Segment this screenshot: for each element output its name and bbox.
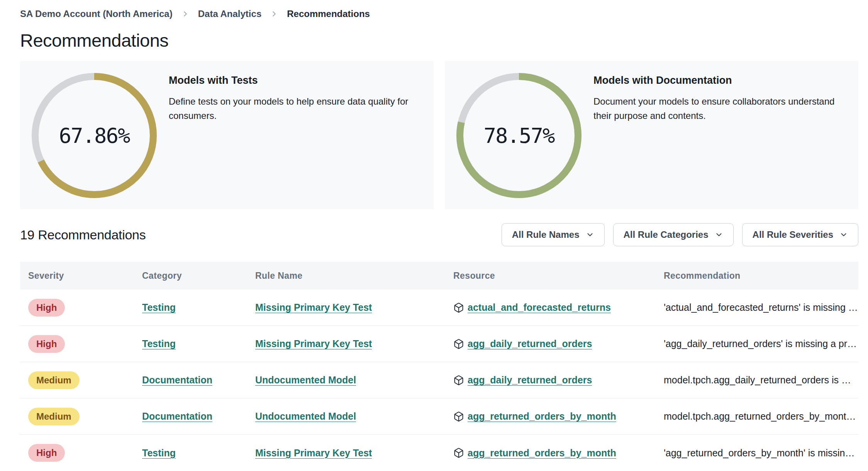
recommendation-cell: 'agg_returned_orders_by_month' is missin… bbox=[656, 447, 858, 459]
rule-name-link[interactable]: Undocumented Model bbox=[255, 374, 356, 386]
category-cell: Testing bbox=[134, 447, 247, 459]
resource-cell: actual_and_forecasted_returns bbox=[445, 302, 656, 313]
column-header-rule-name: Rule Name bbox=[247, 271, 445, 281]
category-cell: Documentation bbox=[134, 411, 247, 422]
category-link[interactable]: Testing bbox=[142, 447, 176, 459]
table-body: High Testing Missing Primary Key Test ac… bbox=[20, 290, 858, 471]
recommendation-cell: 'agg_daily_returned_orders' is missing a… bbox=[656, 338, 858, 349]
model-cube-icon bbox=[453, 447, 464, 458]
breadcrumb-project[interactable]: Data Analytics bbox=[198, 8, 262, 19]
card-title-docs: Models with Documentation bbox=[593, 75, 841, 86]
resource-cell: agg_returned_orders_by_month bbox=[445, 411, 656, 422]
rule-name-link[interactable]: Undocumented Model bbox=[255, 411, 356, 422]
category-link[interactable]: Testing bbox=[142, 338, 176, 349]
severity-badge: Medium bbox=[28, 371, 80, 389]
recommendation-cell: model.tpch.agg_daily_returned_orders is … bbox=[656, 374, 858, 386]
rule-severities-filter[interactable]: All Rule Severities bbox=[742, 223, 858, 246]
model-cube-icon bbox=[453, 411, 464, 422]
models-with-tests-card: 67.86% Models with Tests Define tests on… bbox=[20, 61, 434, 209]
rule-categories-filter[interactable]: All Rule Categories bbox=[613, 223, 734, 246]
tests-coverage-donut: 67.86% bbox=[32, 73, 157, 198]
rule-name-cell: Undocumented Model bbox=[247, 411, 445, 422]
recommendation-cell: 'actual_and_forecasted_returns' is missi… bbox=[656, 302, 858, 313]
model-cube-icon bbox=[453, 302, 464, 313]
resource-link[interactable]: agg_daily_returned_orders bbox=[468, 374, 592, 386]
recommendations-count: 19 Recommendations bbox=[20, 227, 146, 242]
model-cube-icon bbox=[453, 375, 464, 386]
recommendation-text: model.tpch.agg_returned_orders_by_month … bbox=[664, 411, 858, 422]
severity-badge: High bbox=[28, 444, 65, 462]
rule-name-link[interactable]: Missing Primary Key Test bbox=[255, 447, 372, 459]
category-link[interactable]: Documentation bbox=[142, 374, 212, 386]
card-description-tests: Define tests on your models to help ensu… bbox=[169, 94, 416, 123]
resource-link[interactable]: agg_daily_returned_orders bbox=[468, 338, 592, 349]
column-header-severity: Severity bbox=[20, 271, 134, 281]
rule-name-link[interactable]: Missing Primary Key Test bbox=[255, 302, 372, 313]
table-header: Severity Category Rule Name Resource Rec… bbox=[20, 262, 858, 290]
resource-link[interactable]: agg_returned_orders_by_month bbox=[468, 447, 616, 459]
rule-name-cell: Missing Primary Key Test bbox=[247, 338, 445, 349]
model-cube-icon bbox=[453, 339, 464, 349]
filter-bar: All Rule Names All Rule Categories All R… bbox=[502, 223, 858, 246]
category-link[interactable]: Documentation bbox=[142, 411, 212, 422]
severity-badge: High bbox=[28, 335, 65, 353]
page-title: Recommendations bbox=[20, 29, 858, 52]
rule-name-cell: Undocumented Model bbox=[247, 374, 445, 386]
table-row: High Testing Missing Primary Key Test ac… bbox=[20, 290, 858, 326]
category-cell: Testing bbox=[134, 302, 247, 313]
severity-cell: Medium bbox=[20, 408, 134, 425]
recommendation-text: 'actual_and_forecasted_returns' is missi… bbox=[664, 302, 858, 313]
rule-names-filter-label: All Rule Names bbox=[512, 229, 580, 240]
chevron-down-icon bbox=[839, 230, 848, 239]
chevron-down-icon bbox=[715, 230, 723, 239]
recommendation-text: 'agg_returned_orders_by_month' is missin… bbox=[664, 447, 858, 459]
severity-cell: Medium bbox=[20, 371, 134, 389]
chevron-right-icon bbox=[181, 10, 190, 18]
resource-cell: agg_returned_orders_by_month bbox=[445, 447, 656, 459]
resource-cell: agg_daily_returned_orders bbox=[445, 374, 656, 386]
chevron-right-icon bbox=[270, 10, 278, 18]
category-link[interactable]: Testing bbox=[142, 302, 176, 313]
docs-coverage-donut: 78.57% bbox=[456, 73, 581, 198]
resource-link[interactable]: agg_returned_orders_by_month bbox=[468, 411, 616, 422]
severity-badge: High bbox=[28, 299, 65, 317]
tests-percent-value: 67.86% bbox=[32, 73, 157, 198]
column-header-recommendation: Recommendation bbox=[656, 271, 858, 281]
severity-badge: Medium bbox=[28, 408, 80, 425]
recommendation-text: 'agg_daily_returned_orders' is missing a… bbox=[664, 338, 858, 349]
table-row: Medium Documentation Undocumented Model … bbox=[20, 398, 858, 435]
breadcrumb: SA Demo Account (North America) Data Ana… bbox=[20, 8, 858, 20]
chevron-down-icon bbox=[586, 230, 594, 239]
recommendations-table: Severity Category Rule Name Resource Rec… bbox=[20, 262, 858, 471]
card-description-docs: Document your models to ensure collabora… bbox=[593, 94, 841, 123]
category-cell: Testing bbox=[134, 338, 247, 349]
category-cell: Documentation bbox=[134, 374, 247, 386]
rule-name-link[interactable]: Missing Primary Key Test bbox=[255, 338, 372, 349]
column-header-resource: Resource bbox=[445, 271, 656, 281]
column-header-category: Category bbox=[134, 271, 247, 281]
table-row: High Testing Missing Primary Key Test ag… bbox=[20, 326, 858, 362]
card-title-tests: Models with Tests bbox=[169, 75, 416, 86]
rule-names-filter[interactable]: All Rule Names bbox=[502, 223, 605, 246]
severity-cell: High bbox=[20, 299, 134, 317]
rule-name-cell: Missing Primary Key Test bbox=[247, 447, 445, 459]
recommendation-text: model.tpch.agg_daily_returned_orders is … bbox=[664, 374, 858, 386]
table-row: Medium Documentation Undocumented Model … bbox=[20, 362, 858, 398]
rule-categories-filter-label: All Rule Categories bbox=[624, 229, 709, 240]
docs-percent-value: 78.57% bbox=[456, 73, 581, 198]
rule-name-cell: Missing Primary Key Test bbox=[247, 302, 445, 313]
severity-cell: High bbox=[20, 335, 134, 353]
summary-cards: 67.86% Models with Tests Define tests on… bbox=[20, 61, 858, 209]
rule-severities-filter-label: All Rule Severities bbox=[753, 229, 833, 240]
resource-cell: agg_daily_returned_orders bbox=[445, 338, 656, 349]
table-row: High Testing Missing Primary Key Test ag… bbox=[20, 435, 858, 471]
breadcrumb-account[interactable]: SA Demo Account (North America) bbox=[20, 8, 173, 19]
recommendations-page: SA Demo Account (North America) Data Ana… bbox=[0, 0, 868, 471]
list-header: 19 Recommendations All Rule Names All Ru… bbox=[20, 223, 858, 246]
resource-link[interactable]: actual_and_forecasted_returns bbox=[468, 302, 611, 313]
recommendation-cell: model.tpch.agg_returned_orders_by_month … bbox=[656, 411, 858, 422]
models-with-documentation-card: 78.57% Models with Documentation Documen… bbox=[445, 61, 858, 209]
severity-cell: High bbox=[20, 444, 134, 462]
breadcrumb-current: Recommendations bbox=[287, 8, 370, 19]
